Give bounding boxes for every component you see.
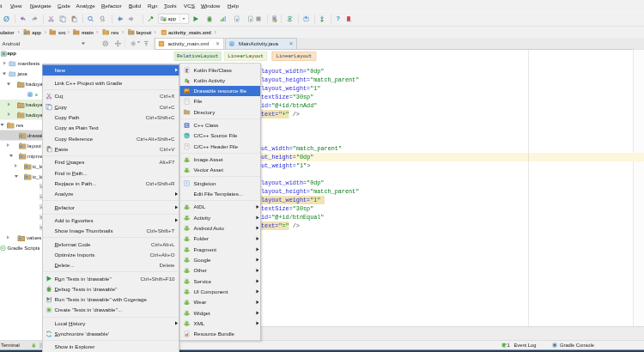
svg-text:C: C: [230, 42, 233, 46]
svg-text:i: i: [186, 181, 187, 185]
svg-text:<>: <>: [160, 42, 163, 46]
svg-text:C: C: [28, 92, 31, 96]
svg-text:C+: C+: [185, 135, 189, 138]
svg-text:H: H: [185, 144, 188, 149]
svg-text:<>: <>: [162, 31, 166, 34]
